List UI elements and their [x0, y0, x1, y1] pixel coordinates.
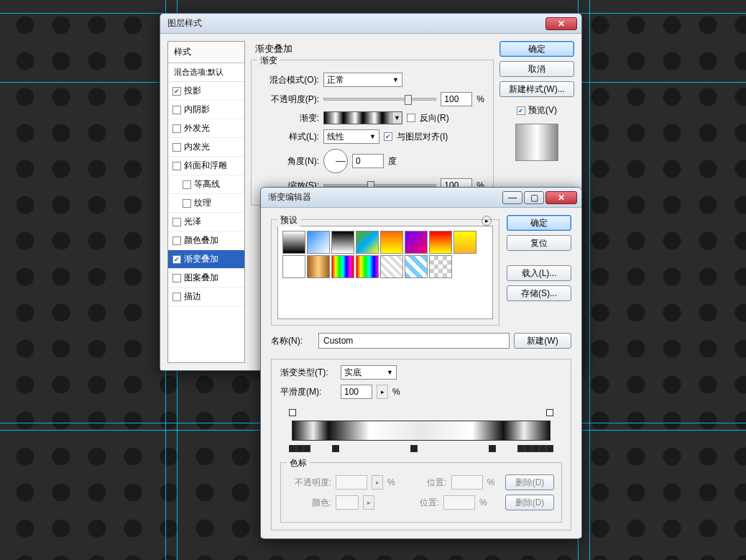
presets-menu-icon[interactable]: ▸: [482, 216, 492, 226]
style-checkbox[interactable]: [183, 199, 191, 208]
stop-color-label: 颜色:: [288, 497, 331, 509]
style-dropdown[interactable]: 线性 ▼: [323, 129, 379, 144]
preset-swatch[interactable]: [282, 231, 305, 254]
style-item-图案叠加[interactable]: 图案叠加: [168, 269, 244, 288]
preset-swatch[interactable]: [356, 231, 379, 254]
style-item-label: 纹理: [194, 197, 211, 209]
style-item-斜面和浮雕[interactable]: 斜面和浮雕: [168, 157, 244, 175]
preset-swatch[interactable]: [429, 255, 452, 278]
percent-label: %: [479, 497, 487, 508]
maximize-icon: ▢: [530, 193, 538, 203]
preset-swatch[interactable]: [453, 231, 476, 254]
color-stops[interactable]: [289, 445, 553, 452]
load-button[interactable]: 载入(L)...: [507, 265, 571, 281]
preset-swatch[interactable]: [356, 255, 379, 278]
preset-swatch[interactable]: [380, 255, 403, 278]
stepper-icon[interactable]: ▸: [372, 475, 383, 490]
preset-swatch[interactable]: [380, 231, 403, 254]
smoothness-input[interactable]: [341, 385, 372, 399]
align-label: 与图层对齐(I): [397, 131, 448, 143]
angle-input[interactable]: [352, 154, 384, 168]
preset-swatch[interactable]: [331, 231, 354, 254]
opacity-slider[interactable]: [323, 98, 436, 101]
style-checkbox[interactable]: [172, 274, 181, 283]
maximize-button[interactable]: ▢: [524, 191, 544, 204]
style-item-label: 投影: [184, 85, 201, 97]
percent-label: %: [476, 94, 484, 104]
stop-opacity-input[interactable]: [336, 475, 367, 490]
opacity-stops[interactable]: [289, 409, 553, 416]
degree-label: 度: [388, 155, 397, 167]
style-checkbox[interactable]: [172, 143, 181, 152]
styles-header[interactable]: 样式: [168, 42, 244, 63]
blend-mode-dropdown[interactable]: 正常 ▼: [323, 73, 402, 87]
blending-options-default[interactable]: 混合选项:默认: [168, 63, 244, 82]
style-item-内阴影[interactable]: 内阴影: [168, 101, 244, 119]
smoothness-label: 平滑度(M):: [280, 386, 336, 398]
preset-swatch[interactable]: [282, 255, 305, 278]
style-item-颜色叠加[interactable]: 颜色叠加: [168, 231, 244, 250]
gradient-picker[interactable]: ▼: [323, 111, 402, 124]
close-button[interactable]: ✕: [545, 17, 577, 30]
preset-swatch[interactable]: [429, 231, 452, 254]
style-item-光泽[interactable]: 光泽: [168, 213, 244, 231]
dialog-title: 渐变编辑器: [265, 191, 502, 203]
style-item-投影[interactable]: 投影: [168, 82, 244, 101]
preset-swatch[interactable]: [405, 255, 428, 278]
delete-opacity-stop-button[interactable]: 删除(D): [505, 474, 554, 490]
style-checkbox[interactable]: [172, 124, 181, 133]
gradient-type-dropdown[interactable]: 实底 ▼: [341, 365, 397, 380]
gradient-editor-dialog: 渐变编辑器 — ▢ ✕ 预设 ▸ 确定 复位 载入(L)...: [260, 187, 582, 539]
style-checkbox[interactable]: [172, 255, 181, 264]
preset-swatch[interactable]: [307, 231, 330, 254]
style-item-纹理[interactable]: 纹理: [168, 194, 244, 213]
opacity-input[interactable]: [441, 92, 472, 106]
style-checkbox[interactable]: [172, 106, 181, 114]
stop-color-swatch[interactable]: [336, 495, 359, 510]
reset-button[interactable]: 复位: [507, 235, 571, 251]
delete-color-stop-button[interactable]: 删除(D): [505, 495, 554, 510]
new-button[interactable]: 新建(W): [514, 333, 571, 349]
style-item-label: 颜色叠加: [184, 234, 218, 247]
stepper-icon[interactable]: ▸: [363, 495, 374, 510]
style-item-内发光[interactable]: 内发光: [168, 138, 244, 157]
ok-button[interactable]: 确定: [499, 41, 574, 57]
style-checkbox[interactable]: [172, 87, 181, 96]
angle-picker[interactable]: [323, 149, 348, 173]
minimize-button[interactable]: —: [502, 191, 522, 204]
gradient-bar[interactable]: [292, 421, 551, 441]
preset-swatch[interactable]: [331, 255, 354, 278]
style-item-渐变叠加[interactable]: 渐变叠加: [168, 250, 244, 269]
close-button[interactable]: ✕: [545, 191, 577, 204]
gradient-type-value: 实底: [344, 367, 362, 379]
gradient-type-label: 渐变类型(T):: [280, 367, 336, 379]
style-checkbox[interactable]: [183, 180, 191, 189]
style-item-label: 渐变叠加: [184, 253, 218, 265]
percent-label: %: [487, 477, 495, 487]
stop-position-input[interactable]: [451, 475, 483, 490]
preview-checkbox[interactable]: [517, 106, 525, 115]
preset-swatch[interactable]: [405, 231, 428, 254]
cancel-button[interactable]: 取消: [499, 61, 574, 77]
new-style-button[interactable]: 新建样式(W)...: [499, 81, 574, 97]
titlebar[interactable]: 渐变编辑器 — ▢ ✕: [261, 188, 581, 208]
style-checkbox[interactable]: [172, 162, 181, 170]
style-item-等高线[interactable]: 等高线: [168, 175, 244, 194]
opacity-label: 不透明度(P):: [260, 93, 319, 106]
save-button[interactable]: 存储(S)...: [507, 285, 571, 301]
stop-position-input[interactable]: [443, 495, 475, 510]
style-checkbox[interactable]: [172, 218, 181, 226]
smoothness-stepper[interactable]: ▸: [377, 385, 388, 399]
stops-legend: 色标: [287, 457, 310, 469]
style-item-外发光[interactable]: 外发光: [168, 119, 244, 138]
align-checkbox[interactable]: [384, 132, 392, 141]
ok-button[interactable]: 确定: [507, 215, 571, 231]
style-item-描边[interactable]: 描边: [168, 288, 244, 306]
titlebar[interactable]: 图层样式 ✕: [160, 14, 581, 34]
preset-swatch[interactable]: [307, 255, 330, 278]
percent-label: %: [392, 387, 400, 397]
name-input[interactable]: [318, 333, 510, 349]
style-checkbox[interactable]: [172, 293, 181, 301]
style-checkbox[interactable]: [172, 237, 181, 245]
reverse-checkbox[interactable]: [407, 114, 415, 122]
